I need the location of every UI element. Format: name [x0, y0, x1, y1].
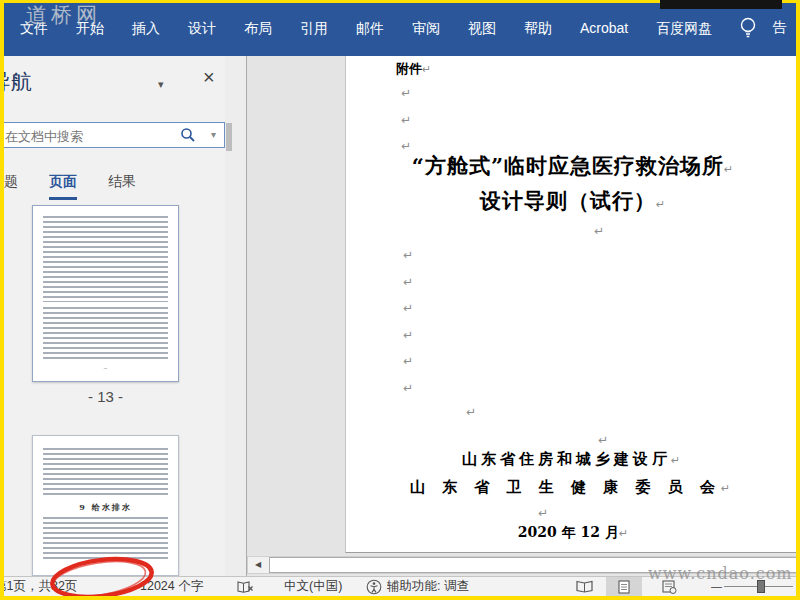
paragraph-mark: ↵	[401, 86, 411, 100]
accessibility-icon	[366, 579, 382, 595]
watermark-bottom-right: www.cndao.com	[648, 564, 793, 583]
document-page[interactable]: 附件↵ ↵ ↵ ↵ “方舱式”临时应急医疗救治场所↵ 设计导则（试行）↵ ↵ ↵…	[345, 56, 800, 553]
date-line: 2020 年 12 月↵	[346, 524, 800, 542]
navigation-pane: 导航 ▾ × ▾ 标题页面结果 – - 13 - 9 给水排水	[0, 56, 246, 576]
ribbon-tab-layout[interactable]: 布局	[230, 2, 286, 55]
chevron-down-icon[interactable]: ▾	[158, 78, 164, 91]
paragraph-mark: ↵	[403, 301, 413, 315]
ribbon-tab-acrobat[interactable]: Acrobat	[566, 2, 642, 55]
paragraph-mark: ↵	[598, 433, 608, 447]
screenshot-border-bottom	[0, 596, 800, 600]
lightbulb-icon[interactable]	[738, 15, 758, 41]
search-input[interactable]	[3, 125, 167, 147]
scroll-left-arrow-icon[interactable]: ◀	[248, 557, 268, 573]
read-mode-button[interactable]	[571, 577, 597, 596]
paragraph-mark: ↵	[538, 506, 548, 520]
page-thumbnail-13[interactable]: –	[32, 205, 179, 382]
thumbnail-page-number: - 13 -	[32, 388, 179, 405]
org-line-2: 山 东 省 卫 生 健 康 委 员 会↵	[346, 478, 800, 497]
watermark-top-left: 道桥网	[26, 1, 101, 29]
navigation-tabs: 标题页面结果	[0, 172, 167, 200]
tellme-label[interactable]: 告	[772, 19, 786, 37]
ribbon-tab-review[interactable]: 审阅	[398, 2, 454, 55]
thumbnail-section-heading: 9 给水排水	[33, 502, 178, 513]
navigation-pane-title: 导航	[0, 68, 32, 96]
paragraph-mark: ↵	[466, 405, 476, 419]
paragraph-mark: ↵	[403, 275, 413, 289]
screenshot-border-right	[796, 0, 800, 600]
paragraph-mark: ↵	[401, 139, 411, 153]
print-layout-button[interactable]	[606, 577, 642, 596]
nav-tab-results[interactable]: 结果	[108, 173, 136, 197]
paragraph-mark: ↵	[403, 381, 413, 395]
attachment-label: 附件↵	[396, 60, 431, 78]
proofing-errors-icon[interactable]	[237, 580, 254, 594]
ribbon-tab-insert[interactable]: 插入	[118, 2, 174, 55]
nav-pane-scrollbar-thumb[interactable]	[226, 123, 232, 151]
ribbon-tab-references[interactable]: 引用	[286, 2, 342, 55]
paragraph-mark: ↵	[403, 248, 413, 262]
language-indicator[interactable]: 中文(中国)	[284, 577, 342, 596]
ribbon-tab-view[interactable]: 视图	[454, 2, 510, 55]
org-line-1: 山东省住房和城乡建设厅↵	[346, 450, 800, 469]
red-circle-annotation	[44, 554, 160, 600]
ribbon-tab-baidu-netdisk[interactable]: 百度网盘	[642, 2, 726, 55]
ribbon-tab-mailings[interactable]: 邮件	[342, 2, 398, 55]
titlebar-notch	[660, 0, 782, 9]
paragraph-mark: ↵	[401, 113, 411, 127]
search-icon[interactable]	[180, 127, 196, 143]
paragraph-mark: ↵	[403, 328, 413, 342]
document-title-line1: “方舱式”临时应急医疗救治场所↵	[346, 152, 800, 180]
ribbon-tab-design[interactable]: 设计	[174, 2, 230, 55]
nav-tab-pages[interactable]: 页面	[49, 173, 77, 200]
nav-pane-scrollbar[interactable]	[225, 56, 246, 576]
close-icon[interactable]: ×	[203, 66, 215, 89]
document-search-box[interactable]: ▾	[0, 122, 225, 148]
paragraph-mark: ↵	[403, 354, 413, 368]
ribbon-tab-help[interactable]: 帮助	[510, 2, 566, 55]
search-options-chevron-icon[interactable]: ▾	[211, 129, 216, 140]
paragraph-mark: ↵	[594, 224, 604, 238]
document-title-line2: 设计导则（试行）↵	[346, 187, 800, 215]
accessibility-status[interactable]: 辅助功能: 调查	[387, 577, 469, 596]
screenshot-border-left	[0, 0, 4, 600]
